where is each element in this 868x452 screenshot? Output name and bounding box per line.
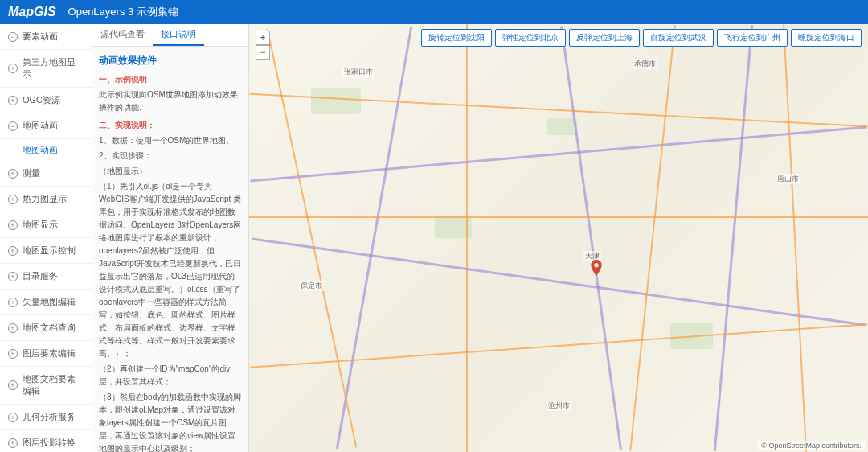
sidebar-item[interactable]: −要素动画 xyxy=(0,24,92,50)
zoom-in-button[interactable]: + xyxy=(256,31,270,45)
doc-title: 动画效果控件 xyxy=(99,53,242,68)
map-canvas[interactable]: 天津 张家口市 承德市 保定市 唐山市 沧州市 xyxy=(249,24,868,452)
expand-icon: + xyxy=(8,64,18,73)
sidebar-item[interactable]: −地图动画 xyxy=(0,113,92,139)
expand-icon: + xyxy=(8,169,18,179)
expand-icon: + xyxy=(8,272,18,281)
sidebar-item-label: 矢量地图编辑 xyxy=(23,296,76,308)
animate-button[interactable]: 自旋定位到武汉 xyxy=(643,29,714,47)
action-bar: 旋转定位到沈阳弹性定位到北京反弹定位到上海自旋定位到武汉飞行定位到广州螺旋定位到… xyxy=(421,29,862,47)
animate-button[interactable]: 螺旋定位到海口 xyxy=(791,29,862,47)
expand-icon: + xyxy=(8,220,18,230)
expand-icon: + xyxy=(8,195,18,204)
sidebar-item-label: 图层投影转换 xyxy=(23,437,76,449)
sidebar-item[interactable]: +几何分析服务 xyxy=(0,405,92,430)
animate-button[interactable]: 飞行定位到广州 xyxy=(717,29,788,47)
logo: MapGIS xyxy=(8,5,56,19)
sidebar-item-label: 目录服务 xyxy=(23,270,58,282)
sidebar-item[interactable]: +图层投影转换 xyxy=(0,430,92,452)
expand-icon: + xyxy=(8,298,18,307)
sidebar-item[interactable]: +地图文档查询 xyxy=(0,315,92,341)
attribution: © OpenStreetMap contributors. xyxy=(758,441,865,450)
sidebar-item[interactable]: +矢量地图编辑 xyxy=(0,290,92,315)
animate-button[interactable]: 旋转定位到沈阳 xyxy=(421,29,492,47)
doc-p: 1、数据：使用一个OSM的世界地图。 xyxy=(99,134,242,147)
animate-button[interactable]: 反弹定位到上海 xyxy=(569,29,640,47)
zoom-out-button[interactable]: − xyxy=(256,45,270,60)
sidebar: −要素动画+第三方地图显示+OGC资源−地图动画地图动画+测量+热力图显示+地图… xyxy=(0,24,92,452)
sidebar-item-label: 测量 xyxy=(23,167,40,179)
tab-source[interactable]: 源代码查看 xyxy=(92,24,153,46)
svg-point-0 xyxy=(594,263,598,267)
sidebar-item-label: 图层要素编辑 xyxy=(23,347,76,360)
doc-panel: 源代码查看 接口说明 动画效果控件 一、示例说明 此示例实现向OSM世界地图添加… xyxy=(92,24,249,452)
tab-api[interactable]: 接口说明 xyxy=(153,24,204,46)
sidebar-item[interactable]: +OGC资源 xyxy=(0,88,92,113)
section-2: 二、实现说明： xyxy=(99,119,242,132)
collapse-icon: − xyxy=(8,32,18,42)
zoom-control: + − xyxy=(256,31,270,60)
sidebar-item-label: OGC资源 xyxy=(23,94,60,106)
sidebar-item[interactable]: +地图文档要素编辑 xyxy=(0,367,92,405)
sidebar-item[interactable]: +目录服务 xyxy=(0,264,92,290)
sidebar-item[interactable]: +热力图显示 xyxy=(0,187,92,212)
sidebar-item[interactable]: +测量 xyxy=(0,161,92,187)
sidebar-item-label: 地图显示控制 xyxy=(23,244,76,257)
doc-p: （地图显示） xyxy=(99,165,242,178)
doc-p: 2、实现步骤： xyxy=(99,150,242,162)
sidebar-item-label: 地图文档要素编辑 xyxy=(23,373,84,397)
expand-icon: + xyxy=(8,438,18,448)
tabs: 源代码查看 接口说明 xyxy=(92,24,248,47)
expand-icon: + xyxy=(8,96,18,105)
expand-icon: + xyxy=(8,246,18,256)
animate-button[interactable]: 弹性定位到北京 xyxy=(495,29,566,47)
doc-content[interactable]: 动画效果控件 一、示例说明 此示例实现向OSM世界地图添加动效果操作的功能。 二… xyxy=(92,47,248,452)
sidebar-subitem[interactable]: 地图动画 xyxy=(0,139,92,161)
doc-p: 此示例实现向OSM世界地图添加动效果操作的功能。 xyxy=(99,88,242,114)
sidebar-item-label: 第三方地图显示 xyxy=(23,56,84,80)
expand-icon: + xyxy=(8,413,18,422)
doc-p: （3）然后在body的加载函数中实现的脚本：即创建ol.Map对象，通过设置该对… xyxy=(99,391,242,452)
sidebar-item[interactable]: +图层要素编辑 xyxy=(0,341,92,367)
sidebar-item[interactable]: +地图显示控制 xyxy=(0,238,92,264)
expand-icon: + xyxy=(8,349,18,359)
sidebar-item[interactable]: +地图显示 xyxy=(0,212,92,238)
expand-icon: + xyxy=(8,323,18,333)
sidebar-item[interactable]: +第三方地图显示 xyxy=(0,50,92,88)
section-1: 一、示例说明 xyxy=(99,73,242,86)
header-title: OpenLayers 3 示例集锦 xyxy=(68,5,178,19)
sidebar-item-label: 地图显示 xyxy=(23,219,58,231)
sidebar-item-label: 几何分析服务 xyxy=(23,411,76,423)
map-marker-icon xyxy=(590,260,603,276)
sidebar-item-label: 地图动画 xyxy=(23,120,58,132)
sidebar-item-label: 热力图显示 xyxy=(23,193,67,205)
expand-icon: + xyxy=(8,380,18,390)
doc-p: （2）再创建一个ID为"mapCon"的div层，并设置其样式； xyxy=(99,363,242,388)
sidebar-item-label: 要素动画 xyxy=(23,31,58,43)
doc-p: （1）先引入ol.js（ol是一个专为WebGIS客户端开发提供的JavaScr… xyxy=(99,180,242,360)
sidebar-item-label: 地图文档查询 xyxy=(23,322,76,334)
map-area[interactable]: 天津 张家口市 承德市 保定市 唐山市 沧州市 + − 旋转定位到沈阳弹性定位到… xyxy=(249,24,868,452)
collapse-icon: − xyxy=(8,121,18,131)
